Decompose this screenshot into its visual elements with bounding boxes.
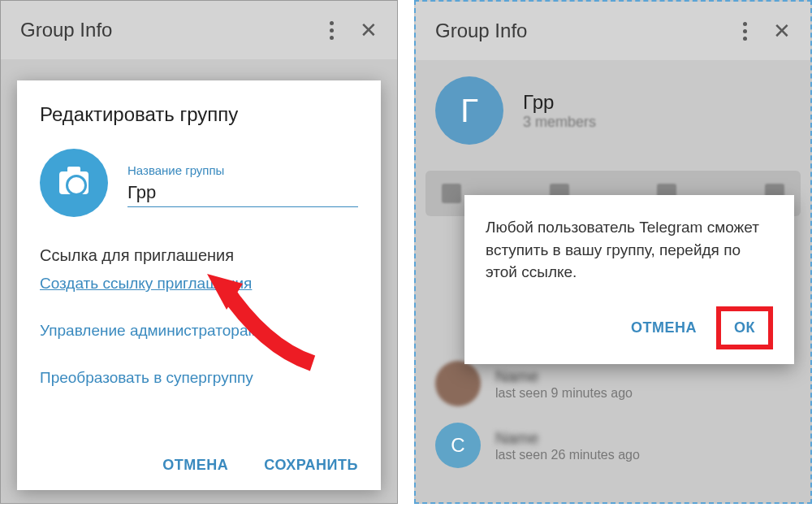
group-name-input[interactable] (127, 180, 358, 207)
member-info: Name last seen 9 minutes ago (495, 367, 633, 401)
manage-admins-link[interactable]: Управление администраторам (40, 322, 358, 340)
save-button[interactable]: СОХРАНИТЬ (264, 457, 358, 474)
ok-button[interactable]: ОК (716, 306, 773, 349)
list-item[interactable]: С Name last seen 26 minutes ago (416, 414, 810, 476)
confirm-dialog: Любой пользователь Telegram сможет вступ… (464, 195, 794, 364)
dialog-message: Любой пользователь Telegram сможет вступ… (486, 216, 773, 284)
page-title: Group Info (20, 19, 330, 41)
group-info: Грр 3 members (523, 91, 596, 131)
convert-supergroup-link[interactable]: Преобразовать в супергруппу (40, 369, 358, 387)
cancel-button[interactable]: ОТМЕНА (631, 319, 697, 336)
group-name: Грр (523, 91, 596, 114)
dialog-actions: ОТМЕНА СОХРАНИТЬ (40, 457, 358, 474)
edit-group-dialog: Редактировать группу Название группы Ссы… (17, 80, 381, 490)
group-avatar[interactable]: Г (435, 76, 503, 145)
member-name: Name (495, 367, 633, 386)
dialog-actions: ОТМЕНА ОК (486, 306, 773, 349)
member-status: last seen 26 minutes ago (495, 448, 640, 462)
left-screenshot: Group Info ✕ Редактировать группу Назван… (0, 0, 398, 504)
member-avatar (435, 361, 481, 406)
create-invite-link[interactable]: Создать ссылку приглашения (40, 275, 358, 293)
page-title: Group Info (435, 20, 743, 42)
camera-icon (59, 171, 89, 194)
field-label: Название группы (127, 163, 358, 177)
group-name-field[interactable]: Название группы (127, 158, 358, 207)
member-info: Name last seen 26 minutes ago (495, 429, 640, 462)
name-edit-row: Название группы (40, 149, 358, 217)
right-screenshot: Group Info ✕ Г Грр 3 members Name last s… (414, 0, 812, 504)
group-header: Г Грр 3 members (416, 60, 810, 154)
header-actions: ✕ (330, 20, 378, 41)
invite-section-title: Ссылка для приглашения (40, 246, 358, 265)
more-icon[interactable] (330, 21, 334, 40)
member-count: 3 members (523, 114, 596, 131)
close-icon[interactable]: ✕ (360, 20, 378, 41)
more-icon[interactable] (743, 22, 747, 41)
set-photo-button[interactable] (40, 149, 108, 217)
dialog-title: Редактировать группу (40, 103, 358, 126)
member-avatar: С (435, 423, 481, 468)
header-bar: Group Info ✕ (1, 1, 397, 59)
member-name: Name (495, 429, 640, 448)
header-bar: Group Info ✕ (416, 2, 810, 60)
header-actions: ✕ (743, 20, 791, 41)
close-icon[interactable]: ✕ (773, 20, 791, 41)
cancel-button[interactable]: ОТМЕНА (162, 457, 228, 474)
member-status: last seen 9 minutes ago (495, 386, 633, 401)
action-icon[interactable] (442, 184, 461, 203)
